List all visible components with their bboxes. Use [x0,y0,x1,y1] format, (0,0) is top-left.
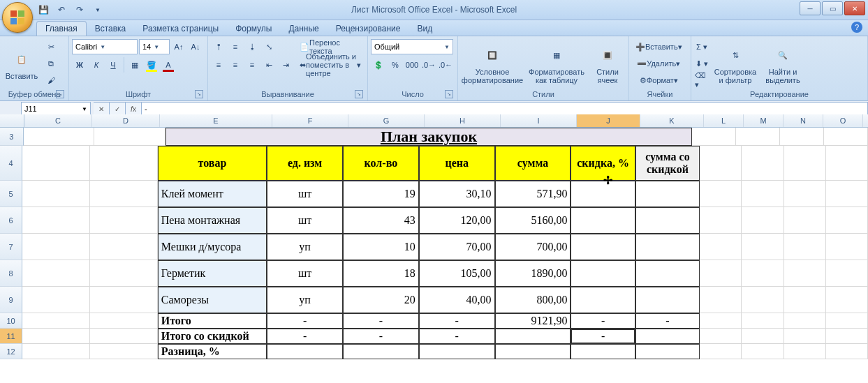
align-middle-icon[interactable]: ≡ [228,39,243,54]
tab-review[interactable]: Рецензирование [328,22,409,36]
number-dialog-icon[interactable]: ↘ [445,90,453,98]
number-format-combo[interactable]: Общий▼ [371,39,453,54]
active-cell-J11[interactable]: - [571,329,635,344]
qat-customize-icon[interactable]: ▼ [91,3,105,17]
tab-data[interactable]: Данные [280,22,327,36]
col-header-N[interactable]: N [784,114,823,127]
clear-icon[interactable]: ⌫ ▾ [694,73,709,88]
fill-color-icon[interactable]: 🪣 [144,57,159,73]
conditional-format-button[interactable]: 🔲Условное форматирование [461,39,524,89]
header-0[interactable]: товар [158,146,267,181]
tab-insert[interactable]: Вставка [87,22,135,36]
qat-undo-icon[interactable]: ↶ [54,3,68,17]
col-header-C[interactable]: C [24,114,92,127]
col-header-J[interactable]: J [577,114,640,127]
row-header-8[interactable]: 8 [0,260,22,287]
help-icon[interactable]: ? [851,22,862,33]
qat-redo-icon[interactable]: ↷ [73,3,87,17]
tab-view[interactable]: Вид [409,22,441,36]
format-painter-icon[interactable]: 🖌 [43,73,59,88]
align-right-icon[interactable]: ≡ [244,57,260,73]
col-header-G[interactable]: G [348,114,425,127]
font-name-combo[interactable]: Calibri▼ [72,39,138,54]
format-cells-button[interactable]: ⚙ Формат ▾ [632,73,686,88]
merge-center-button[interactable]: ⬌ Объединить и поместить в центре ▾ [296,57,365,73]
header-3[interactable]: цена [419,146,495,181]
row-header-6[interactable]: 6 [0,207,22,234]
currency-icon[interactable]: 💲 [371,57,386,73]
formula-bar[interactable]: - [142,102,868,116]
orientation-icon[interactable]: ⤡ [261,39,277,54]
col-header-O[interactable]: O [823,114,863,127]
percent-icon[interactable]: % [388,57,403,73]
select-all-corner[interactable] [0,114,24,127]
italic-button[interactable]: К [89,57,104,73]
format-as-table-button[interactable]: ▦Форматировать как таблицу [527,39,587,89]
row-header-10[interactable]: 10 [0,313,22,329]
sheet-title[interactable]: План закупок [165,128,692,146]
office-button[interactable] [2,2,33,33]
row-header-3[interactable]: 3 [0,128,24,146]
font-color-icon[interactable]: A [161,57,176,73]
delete-cells-button[interactable]: ➖ Удалить ▾ [632,56,686,71]
fx-icon[interactable]: fx [126,102,142,116]
underline-button[interactable]: Ч [105,57,121,73]
cut-icon[interactable]: ✂ [43,39,59,54]
row-header-9[interactable]: 9 [0,287,22,313]
insert-cells-button[interactable]: ➕ Вставить ▾ [632,39,686,54]
dec-decimal-icon[interactable]: .0← [438,57,453,73]
indent-inc-icon[interactable]: ⇥ [278,57,293,73]
tab-page-layout[interactable]: Разметка страницы [134,22,227,36]
close-button[interactable]: ✕ [844,1,865,15]
cell-styles-button[interactable]: 🔳Стили ячеек [589,39,626,89]
cancel-formula-icon[interactable]: ✕ [94,102,110,116]
header-4[interactable]: сумма [495,146,571,181]
grow-font-icon[interactable]: A↑ [171,39,186,54]
col-header-D[interactable]: D [92,114,160,127]
col-header-H[interactable]: H [425,114,501,127]
maximize-button[interactable]: ▭ [822,1,843,15]
col-header-L[interactable]: L [704,114,744,127]
borders-icon[interactable]: ▦ [127,57,142,73]
copy-icon[interactable]: ⧉ [43,56,59,71]
header-5[interactable]: скидка, % [571,146,635,181]
align-bottom-icon[interactable]: ⭳ [244,39,260,54]
align-dialog-icon[interactable]: ↘ [355,90,363,98]
bold-button[interactable]: Ж [72,57,87,73]
clipboard-dialog-icon[interactable]: ↘ [56,90,64,98]
indent-dec-icon[interactable]: ⇤ [261,57,277,73]
col-header-K[interactable]: K [640,114,704,127]
enter-formula-icon[interactable]: ✓ [110,102,126,116]
row-header-4[interactable]: 4 [0,146,22,181]
fill-icon[interactable]: ⬇ ▾ [694,56,709,71]
row-header-11[interactable]: 11 [0,329,22,344]
font-size-combo[interactable]: 14▼ [139,39,170,54]
group-number-label: Число [402,90,424,98]
paste-button[interactable]: 📋 Вставить [3,39,41,89]
row-header-12[interactable]: 12 [0,344,22,359]
tab-home[interactable]: Главная [36,21,87,36]
font-dialog-icon[interactable]: ↘ [195,90,203,98]
row-header-7[interactable]: 7 [0,234,22,260]
align-center-icon[interactable]: ≡ [228,57,243,73]
minimize-button[interactable]: ─ [800,1,821,15]
name-box[interactable]: J11▼ [21,102,91,116]
tab-formulas[interactable]: Формулы [227,22,280,36]
col-header-E[interactable]: E [160,114,272,127]
header-6[interactable]: сумма со скидкой [635,146,700,181]
comma-icon[interactable]: 000 [404,57,420,73]
shrink-font-icon[interactable]: A↓ [188,39,203,54]
autosum-icon[interactable]: Σ ▾ [694,39,709,54]
qat-save-icon[interactable]: 💾 [36,3,50,17]
align-left-icon[interactable]: ≡ [211,57,226,73]
col-header-F[interactable]: F [272,114,348,127]
inc-decimal-icon[interactable]: .0→ [421,57,436,73]
col-header-M[interactable]: M [744,114,784,127]
header-2[interactable]: кол-во [343,146,419,181]
col-header-I[interactable]: I [501,114,577,127]
sort-filter-button[interactable]: ⇅Сортировка и фильтр [712,39,758,89]
header-1[interactable]: ед. изм [267,146,343,181]
row-header-5[interactable]: 5 [0,181,22,207]
align-top-icon[interactable]: ⭱ [211,39,226,54]
find-select-button[interactable]: 🔍Найти и выделить [761,39,804,89]
